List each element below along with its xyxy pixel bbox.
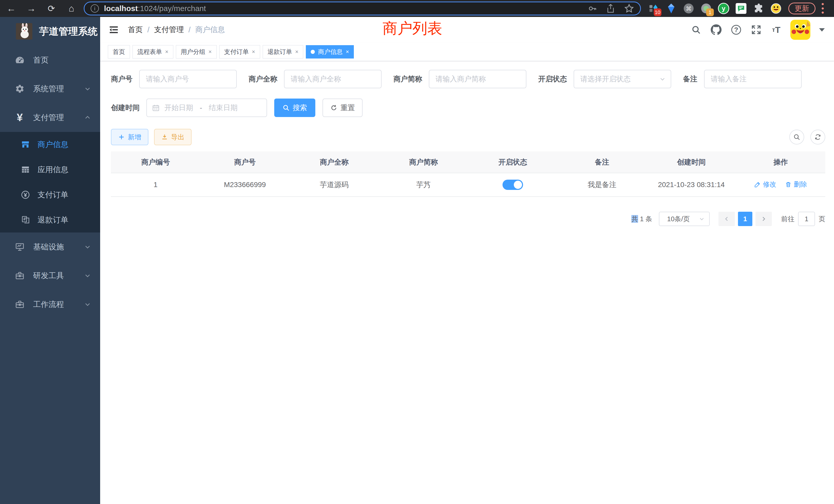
browser-reload-icon[interactable]: ⟳ [46, 4, 57, 13]
url-text: localhost:1024/pay/merchant [104, 4, 206, 13]
browser-home-icon[interactable]: ⌂ [66, 4, 77, 13]
password-key-icon[interactable] [588, 4, 597, 13]
status-select[interactable]: 请选择开启状态 [574, 70, 671, 88]
site-info-icon[interactable]: i [91, 4, 99, 13]
table-header-row: 商户编号 商户号 商户全称 商户简称 开启状态 备注 创建时间 操作 [111, 152, 825, 173]
status-label: 开启状态 [538, 74, 567, 84]
close-icon[interactable]: × [295, 48, 299, 55]
delete-link[interactable]: 删除 [785, 180, 807, 189]
pagination: 共 1 条 10条/页 1 前往 页 [111, 212, 825, 226]
sidebar-item-label: 基础设施 [33, 242, 64, 252]
col-remark: 备注 [557, 152, 647, 173]
export-button[interactable]: 导出 [154, 129, 192, 145]
gear-icon [14, 84, 25, 94]
merchant-no-label: 商户号 [111, 74, 132, 84]
next-page-button[interactable] [755, 212, 772, 226]
browser-forward-icon[interactable]: → [26, 4, 37, 13]
user-avatar[interactable] [790, 20, 810, 40]
close-icon[interactable]: × [208, 48, 212, 55]
tab-merchant-info[interactable]: 商户信息× [306, 45, 354, 59]
page-size-select[interactable]: 10条/页 [659, 212, 710, 226]
font-size-icon[interactable]: тT [770, 24, 782, 36]
full-name-label: 商户全称 [248, 74, 277, 84]
merchant-no-input[interactable] [139, 70, 237, 88]
extension-gem-icon[interactable] [665, 3, 677, 14]
profile-emoji-avatar[interactable] [770, 3, 782, 14]
document-copy-icon [20, 215, 31, 225]
merchant-table: 商户编号 商户号 商户全称 商户简称 开启状态 备注 创建时间 操作 1 [111, 152, 825, 197]
sidebar-item-refund-order[interactable]: 退款订单 [0, 207, 100, 232]
cell-merchant-no: M233666999 [200, 173, 290, 197]
sidebar-item-pay-order[interactable]: 支付订单 [0, 182, 100, 207]
browser-back-icon[interactable]: ← [6, 4, 17, 13]
avatar-caret-icon[interactable] [819, 28, 825, 31]
sidebar-item-label: 支付管理 [33, 112, 64, 123]
create-time-range-picker[interactable]: 开始日期 - 结束日期 [146, 98, 267, 117]
page-number-1[interactable]: 1 [738, 212, 752, 226]
reset-button[interactable]: 重置 [323, 98, 363, 117]
bookmark-star-icon[interactable] [624, 4, 634, 13]
tab-pay-order[interactable]: 支付订单× [219, 45, 260, 59]
browser-menu-icon[interactable]: ••• [820, 2, 825, 15]
browser-update-button[interactable]: 更新 [788, 3, 815, 14]
extension-badge-10: 10 [654, 8, 661, 16]
extension-workona-icon[interactable]: 10 [648, 3, 659, 14]
toolbox-icon [14, 299, 25, 309]
grid-icon [20, 165, 31, 174]
tab-refund-order[interactable]: 退款订单× [263, 45, 304, 59]
status-toggle[interactable] [503, 180, 523, 190]
edit-link[interactable]: 修改 [754, 180, 776, 189]
close-icon[interactable]: × [252, 48, 255, 55]
extension-green-y-icon[interactable]: y [718, 3, 729, 14]
sidebar-item-home[interactable]: 首页 [0, 46, 100, 74]
github-icon[interactable] [710, 24, 722, 36]
sidebar-item-merchant-info[interactable]: 商户信息 [0, 132, 100, 157]
extension-command-icon[interactable]: ⌘ [683, 3, 694, 14]
sidebar-fold-icon[interactable] [108, 24, 119, 35]
prev-page-button[interactable] [719, 212, 735, 226]
share-icon[interactable] [606, 4, 615, 13]
sidebar-logo[interactable]: 芋道管理系统 [0, 17, 100, 46]
chevron-up-icon [84, 114, 91, 121]
add-button[interactable]: 新增 [111, 129, 148, 145]
header-search-icon[interactable] [690, 24, 702, 36]
payment-submenu: 商户信息 应用信息 支付订单 [0, 132, 100, 232]
tab-user-group[interactable]: 用户分组× [176, 45, 217, 59]
help-icon[interactable]: ? [730, 24, 742, 36]
sidebar-item-system[interactable]: 系统管理 [0, 74, 100, 103]
chevron-down-icon [84, 272, 91, 279]
col-short-name: 商户简称 [379, 152, 468, 173]
tags-view-bar: 首页 流程表单× 用户分组× 支付订单× 退款订单× 商户信息× [100, 43, 834, 61]
extension-chat-icon[interactable] [736, 3, 747, 14]
sidebar-item-workflow[interactable]: 工作流程 [0, 290, 100, 319]
browser-chrome: ← → ⟳ ⌂ i localhost:1024/pay/merchant [0, 0, 834, 17]
start-date-placeholder: 开始日期 [164, 103, 193, 113]
extensions-puzzle-icon[interactable] [753, 3, 764, 14]
goto-page-input[interactable] [798, 212, 815, 226]
full-name-input[interactable] [284, 70, 381, 88]
breadcrumb-section[interactable]: 支付管理 [154, 25, 184, 35]
toggle-search-icon[interactable] [789, 130, 804, 144]
tab-process-form[interactable]: 流程表单× [132, 45, 173, 59]
breadcrumb-home[interactable]: 首页 [128, 25, 143, 35]
col-create-time: 创建时间 [647, 152, 736, 173]
url-bar[interactable]: i localhost:1024/pay/merchant [84, 2, 641, 16]
sidebar-item-label: 工作流程 [33, 299, 64, 310]
search-button[interactable]: 搜索 [274, 98, 315, 117]
sidebar-item-dev-tools[interactable]: 研发工具 [0, 261, 100, 290]
tab-home[interactable]: 首页 [108, 45, 130, 59]
cmd-glyph: ⌘ [686, 5, 692, 12]
col-merchant-no: 商户号 [200, 152, 290, 173]
goto-label: 前往 [781, 214, 794, 224]
refresh-icon[interactable] [810, 130, 825, 144]
close-icon[interactable]: × [346, 48, 349, 55]
short-name-label: 商户简称 [393, 74, 422, 84]
sidebar-item-infra[interactable]: 基础设施 [0, 232, 100, 261]
fullscreen-icon[interactable] [750, 24, 762, 36]
sidebar-item-app-info[interactable]: 应用信息 [0, 157, 100, 182]
sidebar-item-payment[interactable]: ¥ 支付管理 [0, 103, 100, 132]
remark-input[interactable] [704, 70, 802, 88]
close-icon[interactable]: × [165, 48, 169, 55]
short-name-input[interactable] [429, 70, 526, 88]
extension-recorder-icon[interactable]: 1 [701, 3, 712, 14]
